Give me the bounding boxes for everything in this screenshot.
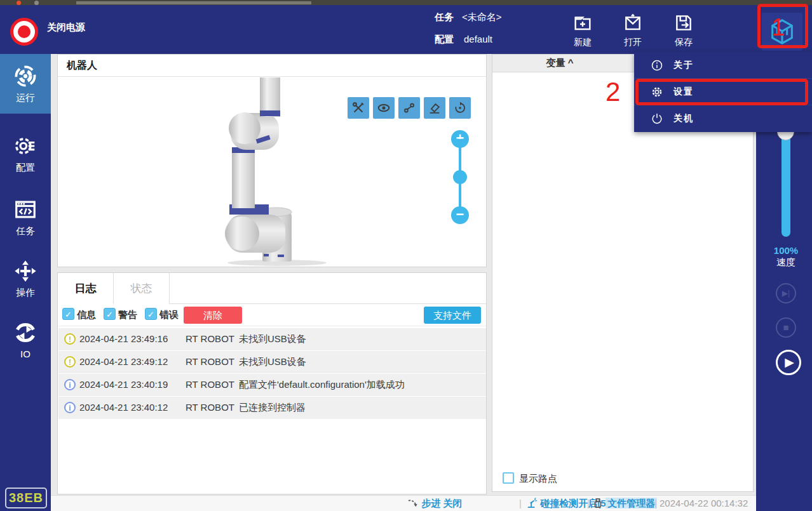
window-control-dot[interactable] [17, 1, 21, 5]
robot-panel-header: 机器人 [58, 55, 486, 77]
rotate-view-button[interactable] [449, 97, 471, 119]
new-file-icon [572, 13, 593, 33]
robot-3d-view[interactable] [217, 77, 344, 267]
log-row: ! 2024-04-21 23:49:12 RT ROBOT 未找到USB设备 [58, 351, 486, 373]
app-header: 关闭电源 任务 <未命名> 配置 default 新建 打开 [0, 5, 812, 54]
tools-button[interactable] [348, 97, 369, 119]
app-dropdown-menu: 关于 设置 关机 [634, 52, 812, 132]
power-icon [651, 112, 663, 125]
save-task-button[interactable]: 保存 [663, 13, 704, 48]
play-button[interactable]: ▶ [776, 350, 801, 375]
sidebar-item-label: 运行 [0, 92, 51, 104]
power-icon [18, 25, 30, 38]
log-row: i 2024-04-21 23:40:19 RT ROBOT 配置文件'defa… [58, 374, 486, 396]
stop-button[interactable]: ■ [776, 317, 796, 338]
sidebar-item-label: 任务 [0, 225, 51, 237]
speed-slider-track[interactable] [782, 131, 790, 237]
filter-warning-checkbox[interactable]: ✓ [104, 308, 116, 320]
log-source: RT ROBOT [186, 402, 234, 413]
menu-item-about[interactable]: 关于 [634, 52, 812, 79]
window-control-dot[interactable] [34, 1, 39, 5]
filter-warning-label: 警告 [118, 309, 137, 321]
menu-item-label: 设置 [673, 86, 694, 98]
robot-view-panel: 机器人 [57, 54, 487, 267]
warning-icon: ! [64, 333, 76, 345]
support-file-button[interactable]: 支持文件 [424, 307, 481, 324]
visibility-button[interactable] [373, 97, 395, 119]
new-task-button[interactable]: 新建 [562, 13, 603, 48]
log-panel: 日志 状态 ✓ 信息 ✓ 警告 ✓ 错误 清除 支持文件 ! 2024-04-2… [57, 272, 487, 494]
log-source: RT ROBOT [186, 356, 234, 367]
open-task-button[interactable]: 打开 [612, 13, 653, 48]
log-source: RT ROBOT [186, 379, 234, 390]
menu-item-settings[interactable]: 设置 [634, 79, 812, 105]
gear-icon [651, 86, 663, 98]
sidebar-item-config[interactable]: 配置 [0, 124, 51, 183]
sidebar-item-label: 配置 [0, 162, 51, 174]
step-mode-status[interactable]: 步进 关闭 [407, 498, 462, 510]
brand-cube-icon [768, 17, 797, 46]
sidebar-item-io[interactable]: IO [0, 310, 51, 370]
log-row: ! 2024-04-21 23:49:16 RT ROBOT 未找到USB设备 [58, 328, 486, 350]
tab-log[interactable]: 日志 [58, 273, 114, 304]
step-forward-button[interactable]: ▶| [776, 283, 796, 303]
filter-info-checkbox[interactable]: ✓ [62, 308, 74, 320]
log-tabs: 日志 状态 [58, 273, 486, 304]
window-titlebar [0, 0, 812, 5]
open-file-icon [623, 13, 643, 33]
log-filter-row: ✓ 信息 ✓ 警告 ✓ 错误 清除 支持文件 [58, 304, 486, 326]
info-icon [651, 59, 663, 72]
eraser-button[interactable] [424, 97, 445, 119]
open-task-label: 打开 [612, 37, 653, 48]
eye-icon [377, 101, 391, 115]
task-icon [13, 197, 37, 222]
sidebar-item-operate[interactable]: 操作 [0, 249, 51, 309]
task-value: <未命名> [462, 11, 502, 23]
filter-error-label: 错误 [159, 309, 179, 321]
app-menu-logo-button[interactable] [762, 13, 802, 51]
tools-icon [351, 101, 365, 115]
status-divider: | [519, 498, 522, 508]
power-off-button[interactable] [10, 18, 38, 46]
new-task-label: 新建 [562, 37, 603, 48]
stop-icon: ■ [783, 322, 788, 333]
window-title-text [76, 1, 311, 4]
menu-item-shutdown[interactable]: 关机 [634, 105, 812, 132]
skip-icon: ▶| [782, 289, 790, 298]
tab-status[interactable]: 状态 [114, 273, 170, 304]
save-icon [673, 13, 694, 33]
info-icon: i [64, 402, 76, 413]
nav-sidebar: 运行 配置 任务 操作 [0, 54, 51, 511]
show-waypoints-label: 显示路点 [519, 473, 557, 485]
step-mode-text: 步进 关闭 [421, 498, 462, 508]
zoom-out-button[interactable]: − [451, 206, 469, 224]
clear-log-button[interactable]: 清除 [184, 307, 242, 324]
step-icon [407, 498, 419, 508]
power-off-label: 关闭电源 [47, 22, 85, 34]
status-divider: | [654, 498, 657, 508]
file-manager-button[interactable]: 文件管理器 [593, 498, 657, 510]
clock: 2024-04-22 00:14:32 [660, 498, 748, 508]
sidebar-item-task[interactable]: 任务 [0, 187, 51, 247]
file-manager-text: 文件管理器 [606, 498, 657, 508]
log-row: i 2024-04-21 23:40:12 RT ROBOT 已连接到控制器 [58, 397, 486, 419]
status-badge: 38EB [5, 488, 47, 508]
run-icon [13, 64, 37, 88]
filter-error-checkbox[interactable]: ✓ [145, 308, 157, 320]
log-message: 未找到USB设备 [239, 356, 306, 368]
task-label: 任务 [435, 11, 454, 23]
eraser-icon [428, 101, 442, 115]
path-icon [402, 101, 416, 115]
viewport-toolbar [348, 97, 471, 119]
config-icon [13, 134, 37, 158]
variables-title: 变量 ^ [492, 57, 627, 69]
io-icon [13, 321, 37, 345]
zoom-slider-knob[interactable] [453, 170, 467, 184]
sidebar-item-run[interactable]: 运行 [0, 54, 51, 114]
rotate-icon [453, 101, 467, 115]
show-waypoints-checkbox[interactable] [503, 472, 514, 484]
path-button[interactable] [398, 97, 420, 119]
save-task-label: 保存 [663, 37, 704, 48]
config-label: 配置 [435, 34, 454, 46]
log-message: 已连接到控制器 [239, 402, 306, 414]
